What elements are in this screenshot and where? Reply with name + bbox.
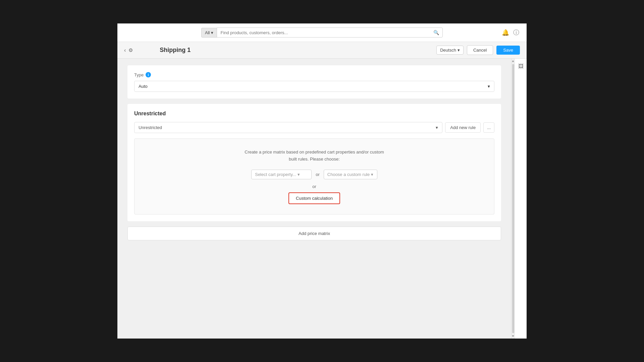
search-all-button[interactable]: All ▾ <box>201 28 217 38</box>
sub-toolbar: ‹ ⚙ Shipping 1 Deutsch ▾ Cancel Save <box>117 42 527 59</box>
cart-property-placeholder: Select cart property... <box>255 172 296 177</box>
scroll-up-button[interactable]: ▲ <box>512 59 515 63</box>
scroll-down-button[interactable]: ▼ <box>512 335 515 338</box>
language-label: Deutsch <box>440 48 456 53</box>
search-all-label: All <box>205 30 210 35</box>
custom-rule-select[interactable]: Choose a custom rule ▾ <box>324 170 377 179</box>
type-select[interactable]: Auto ▾ <box>134 81 494 92</box>
cancel-button[interactable]: Cancel <box>467 45 493 55</box>
unrestricted-title: Unrestricted <box>134 111 494 117</box>
back-button[interactable]: ‹ <box>124 47 126 53</box>
or-label-2: or <box>141 184 487 189</box>
cart-property-chevron-icon: ▾ <box>298 172 300 177</box>
type-label: Type i <box>134 72 494 77</box>
settings-button[interactable]: ⚙ <box>128 47 133 53</box>
help-icon-button[interactable]: ⓘ <box>513 28 520 37</box>
rule-row: Unrestricted ▾ Add new rule ... <box>134 122 494 133</box>
sidebar-image-icon-button[interactable]: 🖼 <box>517 62 525 71</box>
type-card: Type i Auto ▾ <box>127 65 501 99</box>
chevron-down-icon: ▾ <box>211 30 213 35</box>
custom-rule-placeholder: Choose a custom rule <box>327 172 370 177</box>
matrix-description: Create a price matrix based on predefine… <box>141 149 487 163</box>
type-value: Auto <box>139 84 148 89</box>
type-info-icon[interactable]: i <box>146 72 151 77</box>
more-options-button[interactable]: ... <box>483 122 494 133</box>
save-button[interactable]: Save <box>496 46 520 55</box>
matrix-selectors: Select cart property... ▾ or Choose a cu… <box>141 170 487 179</box>
content-area: Type i Auto ▾ Unrestricted Unrestricted … <box>117 59 511 339</box>
language-selector[interactable]: Deutsch ▾ <box>436 46 464 55</box>
custom-calculation-button[interactable]: Custom calculation <box>288 192 340 204</box>
search-input[interactable] <box>220 30 433 35</box>
scrollbar: ▲ ▼ <box>511 59 515 339</box>
custom-rule-chevron-icon: ▾ <box>371 172 373 177</box>
matrix-area: Create a price matrix based on predefine… <box>134 138 494 215</box>
rule-chevron-icon: ▾ <box>436 125 438 130</box>
cart-property-select[interactable]: Select cart property... ▾ <box>251 170 312 179</box>
notification-icon-button[interactable]: 🔔 <box>501 28 510 37</box>
rule-select[interactable]: Unrestricted ▾ <box>134 122 442 133</box>
add-new-rule-button[interactable]: Add new rule <box>445 122 481 133</box>
search-input-wrap: 🔍 <box>217 27 443 38</box>
rule-value: Unrestricted <box>139 125 162 130</box>
add-price-matrix-button[interactable]: Add price matrix <box>127 227 501 240</box>
type-label-text: Type <box>134 72 144 77</box>
right-sidebar: 🖼 <box>515 59 527 339</box>
page-title: Shipping 1 <box>160 47 191 54</box>
chevron-down-icon: ▾ <box>458 48 460 53</box>
or-label: or <box>316 172 320 177</box>
search-bar: All ▾ 🔍 🔔 ⓘ <box>117 23 527 42</box>
type-chevron-icon: ▾ <box>488 84 490 89</box>
matrix-desc-line2: built rules. Please choose: <box>289 157 340 162</box>
unrestricted-card: Unrestricted Unrestricted ▾ Add new rule… <box>127 104 501 221</box>
scroll-thumb[interactable] <box>512 64 514 333</box>
matrix-desc-line1: Create a price matrix based on predefine… <box>245 149 384 155</box>
search-icon-button[interactable]: 🔍 <box>433 30 439 35</box>
